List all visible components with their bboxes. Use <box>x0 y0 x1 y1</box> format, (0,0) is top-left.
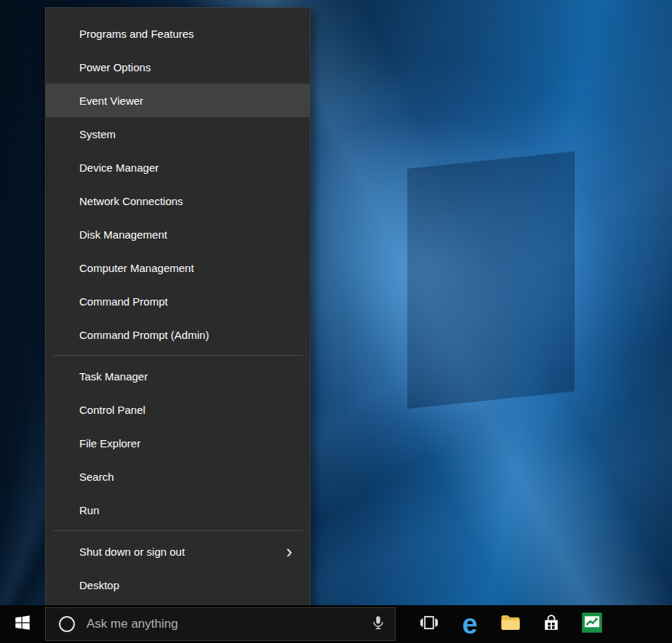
menu-item-power-options[interactable]: Power Options <box>46 50 310 84</box>
cortana-search-box[interactable] <box>45 607 396 641</box>
menu-item-label: Command Prompt (Admin) <box>79 329 297 341</box>
wallpaper-window-glow <box>407 151 575 409</box>
microphone-button[interactable] <box>361 607 395 641</box>
power-user-menu: Programs and FeaturesPower OptionsEvent … <box>45 7 311 610</box>
menu-item-command-prompt[interactable]: Command Prompt <box>46 284 310 318</box>
menu-item-label: Event Viewer <box>79 95 297 107</box>
menu-item-search[interactable]: Search <box>46 460 310 493</box>
menu-item-disk-management[interactable]: Disk Management <box>46 217 310 251</box>
menu-item-label: File Explorer <box>79 437 297 450</box>
menu-item-label: Command Prompt <box>79 295 297 308</box>
menu-item-programs-and-features[interactable]: Programs and Features <box>46 17 310 50</box>
folder-icon <box>500 612 521 636</box>
menu-item-label: Programs and Features <box>79 28 297 40</box>
menu-item-shut-down-or-sign-out[interactable]: Shut down or sign out› <box>46 535 310 568</box>
start-button[interactable] <box>0 605 45 643</box>
taskbar: e <box>0 605 672 643</box>
edge-icon: e <box>462 608 477 640</box>
menu-item-label: Run <box>79 504 297 516</box>
menu-item-label: Search <box>79 471 297 483</box>
menu-item-network-connections[interactable]: Network Connections <box>46 184 310 217</box>
menu-item-file-explorer[interactable]: File Explorer <box>46 426 310 460</box>
cortana-ring-icon <box>59 616 75 632</box>
menu-item-label: Network Connections <box>79 195 297 207</box>
menu-item-label: Task Manager <box>79 370 297 383</box>
microphone-icon <box>370 615 386 634</box>
menu-item-label: Disk Management <box>79 228 297 241</box>
menu-item-command-prompt-admin[interactable]: Command Prompt (Admin) <box>46 318 310 351</box>
store-button[interactable] <box>531 605 572 643</box>
menu-item-label: Computer Management <box>79 262 297 274</box>
search-input[interactable] <box>87 617 361 631</box>
money-chart-icon <box>581 612 603 636</box>
menu-item-label: Desktop <box>79 579 297 591</box>
menu-item-computer-management[interactable]: Computer Management <box>46 251 310 284</box>
task-view-icon <box>419 612 439 636</box>
menu-item-label: Power Options <box>79 61 297 73</box>
windows-logo-icon <box>13 613 32 635</box>
menu-item-event-viewer[interactable]: Event Viewer <box>46 84 310 117</box>
shopping-bag-icon <box>541 612 561 636</box>
menu-item-desktop[interactable]: Desktop <box>46 568 310 602</box>
menu-item-run[interactable]: Run <box>46 493 310 527</box>
menu-item-label: Device Manager <box>79 161 297 174</box>
menu-item-task-manager[interactable]: Task Manager <box>46 359 310 393</box>
edge-browser-button[interactable]: e <box>449 605 490 643</box>
menu-item-label: System <box>79 128 297 140</box>
menu-item-label: Control Panel <box>79 404 297 416</box>
menu-separator <box>53 530 303 531</box>
menu-item-device-manager[interactable]: Device Manager <box>46 151 310 184</box>
submenu-chevron-icon: › <box>286 542 292 561</box>
menu-separator <box>53 355 303 356</box>
task-view-button[interactable] <box>409 605 449 643</box>
menu-item-system[interactable]: System <box>46 117 310 151</box>
money-app-button[interactable] <box>572 605 612 643</box>
menu-item-label: Shut down or sign out <box>79 546 286 558</box>
file-explorer-button[interactable] <box>490 605 531 643</box>
menu-item-control-panel[interactable]: Control Panel <box>46 393 310 426</box>
